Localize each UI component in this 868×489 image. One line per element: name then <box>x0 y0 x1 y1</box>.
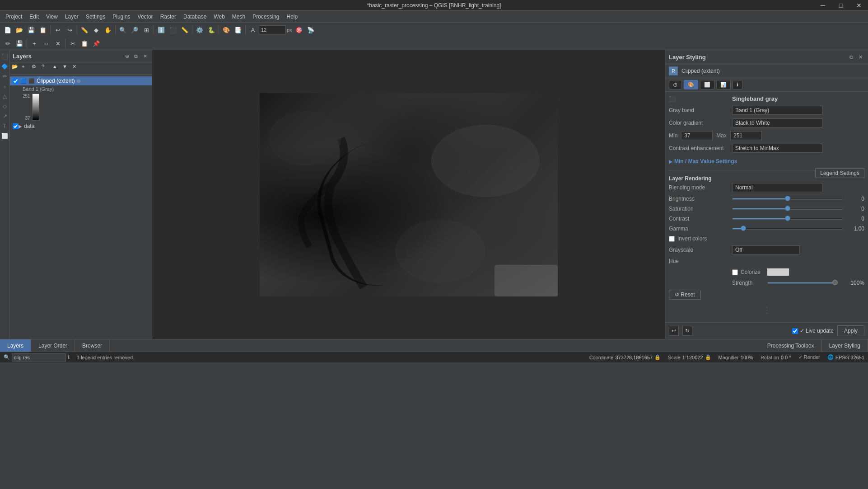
menu-vector[interactable]: Vector <box>134 12 157 21</box>
paste-btn[interactable]: 📌 <box>90 38 102 49</box>
remove-layer-btn[interactable]: ✕ <box>72 64 81 73</box>
data-group-checkbox[interactable] <box>13 123 19 129</box>
contrast-slider-track[interactable] <box>732 218 843 220</box>
digitize-btn[interactable]: ✏️ <box>79 24 90 36</box>
layers-float-btn[interactable]: ⧉ <box>132 52 140 60</box>
menu-raster[interactable]: Raster <box>157 12 180 21</box>
add-feature-btn[interactable]: + <box>28 38 40 49</box>
live-update-checkbox[interactable] <box>792 328 798 334</box>
close-button[interactable]: ✕ <box>850 0 868 11</box>
python-btn[interactable]: 🐍 <box>205 24 217 36</box>
layers-expand-btn[interactable]: ⊕ <box>123 52 131 60</box>
menu-view[interactable]: View <box>42 12 61 21</box>
font-size-input[interactable] <box>259 25 286 34</box>
show-tips-btn[interactable]: ? <box>42 64 51 73</box>
brightness-slider-track[interactable] <box>732 198 843 200</box>
menu-settings[interactable]: Settings <box>82 12 109 21</box>
left-icon-6[interactable]: ◇ <box>0 102 9 111</box>
contrast-enhancement-dropdown[interactable]: Stretch to MinMax <box>732 144 822 153</box>
grayscale-dropdown[interactable]: Off <box>732 245 800 254</box>
snap-btn[interactable]: 🎯 <box>293 24 305 36</box>
left-icon-2[interactable]: 🔷 <box>0 62 9 71</box>
map-canvas-area[interactable] <box>152 50 665 339</box>
legend-settings-btn[interactable]: Legend Settings <box>815 168 864 178</box>
identify-btn[interactable]: ℹ️ <box>155 24 167 36</box>
colorize-checkbox[interactable] <box>732 269 738 275</box>
layer-visibility-checkbox[interactable] <box>13 78 19 84</box>
undo-style-btn[interactable]: ↩ <box>669 326 679 336</box>
layer-style-btn[interactable]: 🎨 <box>220 24 232 36</box>
save-layer-btn[interactable]: 💾 <box>14 38 25 49</box>
minimize-button[interactable]: ─ <box>814 0 832 11</box>
menu-database[interactable]: Database <box>180 12 210 21</box>
zoom-out-btn[interactable]: 🔎 <box>129 24 140 36</box>
layer-item-clipped[interactable]: 🟦 ⬛ Clipped (extent) ⚙ <box>10 76 152 85</box>
atlas-btn[interactable]: 📑 <box>232 24 244 36</box>
tab-layer-styling[interactable]: Layer Styling <box>822 339 868 352</box>
left-icon-5[interactable]: △ <box>0 92 9 101</box>
saturation-slider-thumb[interactable] <box>785 206 790 211</box>
left-icon-9[interactable]: ⬜ <box>0 132 9 141</box>
measure-btn[interactable]: 📏 <box>179 24 191 36</box>
gamma-slider-track[interactable] <box>732 228 843 230</box>
histogram-style-btn[interactable]: 📊 <box>716 80 731 89</box>
font-size-btn[interactable]: A <box>247 24 259 36</box>
invert-colors-checkbox[interactable] <box>669 236 675 242</box>
max-value-input[interactable] <box>730 131 762 140</box>
layer-settings-icon[interactable]: ⚙ <box>77 79 81 84</box>
select-btn[interactable]: ⬛ <box>167 24 179 36</box>
transparency-style-btn[interactable]: ⬜ <box>700 80 714 89</box>
edit-mode-btn[interactable]: ✏ <box>2 38 14 49</box>
left-icon-1[interactable]: ⬛ <box>0 52 9 61</box>
cut-btn[interactable]: ✂ <box>67 38 79 49</box>
menu-mesh[interactable]: Mesh <box>229 12 249 21</box>
gamma-slider-thumb[interactable] <box>741 226 746 231</box>
delete-feature-btn[interactable]: ✕ <box>52 38 64 49</box>
layer-filter-btn[interactable]: ⚙ <box>32 64 41 73</box>
gps-btn[interactable]: 📡 <box>305 24 317 36</box>
left-icon-7[interactable]: ↗ <box>0 112 9 121</box>
menu-web[interactable]: Web <box>210 12 228 21</box>
zoom-extent-btn[interactable]: ⊞ <box>140 24 152 36</box>
open-layer-btn[interactable]: 📂 <box>12 64 21 73</box>
menu-help[interactable]: Help <box>283 12 302 21</box>
maximize-button[interactable]: □ <box>832 0 850 11</box>
info-style-btn[interactable]: ℹ <box>733 80 742 89</box>
open-project-btn[interactable]: 📂 <box>14 24 25 36</box>
menu-edit[interactable]: Edit <box>26 12 42 21</box>
tab-layers[interactable]: Layers <box>0 339 31 352</box>
hue-color-swatch[interactable] <box>767 268 789 276</box>
contrast-slider-thumb[interactable] <box>785 216 790 221</box>
menu-processing[interactable]: Processing <box>249 12 283 21</box>
menu-layer[interactable]: Layer <box>61 12 82 21</box>
reset-button[interactable]: ↺ Reset <box>669 290 701 300</box>
move-feature-btn[interactable]: ↔ <box>40 38 52 49</box>
paint-style-btn[interactable]: 🎨 <box>684 80 698 89</box>
settings-btn[interactable]: ⚙️ <box>194 24 205 36</box>
copy-btn[interactable]: 📋 <box>79 38 90 49</box>
menu-plugins[interactable]: Plugins <box>109 12 134 21</box>
apply-button[interactable]: Apply <box>837 325 864 336</box>
move-up-btn[interactable]: ▲ <box>52 64 61 73</box>
node-btn[interactable]: ◆ <box>90 24 102 36</box>
brightness-slider-thumb[interactable] <box>785 196 790 201</box>
new-project-btn[interactable]: 📄 <box>2 24 14 36</box>
data-group-item[interactable]: ▶ data <box>10 122 152 131</box>
pan-btn[interactable]: ✋ <box>102 24 114 36</box>
save-btn[interactable]: 💾 <box>25 24 37 36</box>
strength-slider-thumb[interactable] <box>832 280 838 285</box>
left-icon-3[interactable]: ✏ <box>0 72 9 81</box>
tab-layer-order[interactable]: Layer Order <box>31 339 75 352</box>
redo-btn[interactable]: ↪ <box>64 24 75 36</box>
styling-close-btn[interactable]: ✕ <box>856 53 864 61</box>
zoom-in-btn[interactable]: 🔍 <box>117 24 129 36</box>
move-down-btn[interactable]: ▼ <box>62 64 71 73</box>
save-as-btn[interactable]: 📋 <box>37 24 49 36</box>
gray-band-dropdown[interactable]: Band 1 (Gray) <box>732 106 822 115</box>
minmax-settings-header[interactable]: ▶ Min / Max Value Settings <box>669 156 864 166</box>
styling-float-btn[interactable]: ⧉ <box>847 53 855 61</box>
saturation-slider-track[interactable] <box>732 208 843 210</box>
blending-mode-dropdown[interactable]: Normal <box>732 183 822 192</box>
left-icon-4[interactable]: ⬦ <box>0 82 9 91</box>
strength-slider-track[interactable] <box>767 282 838 284</box>
